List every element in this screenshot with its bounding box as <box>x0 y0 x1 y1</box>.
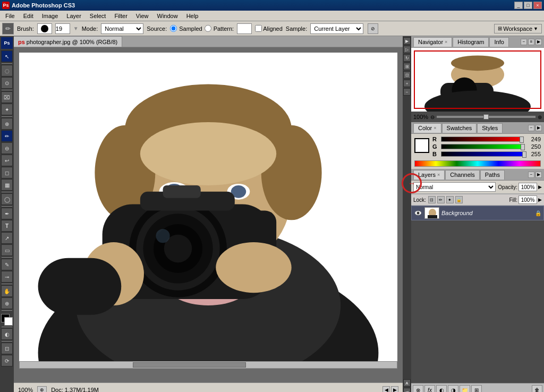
brush-preview[interactable] <box>37 23 52 34</box>
next-btn[interactable]: ▶ <box>391 386 398 393</box>
tab-swatches[interactable]: Swatches <box>442 123 477 133</box>
color-spectrum-bar[interactable] <box>414 160 541 167</box>
lock-image[interactable]: ✏ <box>437 196 445 203</box>
brush-tool[interactable]: ✏ <box>1 130 13 142</box>
menu-help[interactable]: Help <box>182 12 203 20</box>
canvas-container[interactable] <box>14 47 403 382</box>
tab-layers[interactable]: Layers × <box>413 170 445 180</box>
aligned-checkbox[interactable] <box>255 25 262 32</box>
eyedropper-tool[interactable]: ✦ <box>1 104 13 115</box>
menu-image[interactable]: Image <box>38 12 63 20</box>
vert-btn-rotate[interactable]: ↻ <box>403 54 411 62</box>
color-menu[interactable]: ▶ <box>536 125 542 131</box>
vert-btn-1[interactable]: ▶ <box>403 37 411 45</box>
menu-layer[interactable]: Layer <box>62 12 86 20</box>
minimize-button[interactable]: _ <box>514 2 523 9</box>
tab-info[interactable]: Info <box>489 37 508 47</box>
clone-stamp-tool[interactable]: ⊖ <box>1 142 13 154</box>
quick-mask-btn[interactable]: ◐ <box>1 328 13 340</box>
tab-styles[interactable]: Styles <box>477 123 503 133</box>
pen-tool[interactable]: ✒ <box>1 208 13 219</box>
history-brush-tool[interactable]: ↩ <box>1 155 13 166</box>
horizontal-scrollbar[interactable] <box>19 361 397 369</box>
source-sampled-radio[interactable] <box>170 25 177 32</box>
heal-tool[interactable]: ⊕ <box>1 118 13 130</box>
menu-view[interactable]: View <box>132 12 153 20</box>
add-mask-btn[interactable]: ◐ <box>436 385 447 392</box>
lock-transparent[interactable]: ⊡ <box>428 196 436 203</box>
fill-input[interactable]: 100% <box>518 195 537 204</box>
brush-size-input[interactable]: 19 <box>55 23 70 34</box>
h-scroll-thumb[interactable] <box>133 362 246 368</box>
navigator-thumbnail[interactable] <box>411 48 544 112</box>
move-tool[interactable]: ↖ <box>1 50 13 62</box>
brush-dropdown-arrow[interactable]: ▼ <box>73 25 79 31</box>
tab-color[interactable]: Color × <box>413 123 441 133</box>
shape-tool[interactable]: ▭ <box>1 244 13 256</box>
menu-edit[interactable]: Edit <box>19 12 38 20</box>
notes-tool[interactable]: ✎ <box>1 259 13 270</box>
workspace-button[interactable]: ⊞ Workspace ▼ <box>494 24 542 33</box>
fx-btn[interactable]: fx <box>424 385 435 392</box>
color-switcher[interactable] <box>1 314 13 326</box>
tab-channels[interactable]: Channels <box>445 170 479 180</box>
adjustment-btn[interactable]: ◑ <box>448 385 458 392</box>
gradient-tool[interactable]: ▦ <box>1 179 13 191</box>
nav-zoom-slider[interactable] <box>437 116 536 118</box>
document-canvas[interactable] <box>19 53 397 369</box>
menu-file[interactable]: File <box>1 12 19 20</box>
nav-menu[interactable]: ▶ <box>536 39 542 45</box>
title-bar-controls[interactable]: _ □ × <box>514 2 542 9</box>
screen-mode-btn[interactable]: ⊡ <box>1 343 13 354</box>
lock-position[interactable]: ✦ <box>446 196 454 203</box>
opacity-input[interactable]: 100% <box>518 183 537 191</box>
layer-thumbnail[interactable] <box>424 207 439 219</box>
nav-expand[interactable]: ≡ <box>528 39 534 45</box>
layers-mode-select[interactable]: Normal <box>413 182 496 192</box>
menu-filter[interactable]: Filter <box>110 12 131 20</box>
mode-select[interactable]: Normal <box>101 23 143 34</box>
lasso-tool[interactable]: ◌ <box>1 65 13 76</box>
type-tool[interactable]: T <box>1 220 13 232</box>
menu-window[interactable]: Window <box>153 12 182 20</box>
vert-btn-transform[interactable]: ⊞ <box>403 63 411 70</box>
dodge-tool[interactable]: ◯ <box>1 193 13 205</box>
delete-layer-btn[interactable]: 🗑 <box>532 385 542 392</box>
crop-tool[interactable]: ⌧ <box>1 91 13 103</box>
eraser-tool[interactable]: ◻ <box>1 167 13 178</box>
measure-tool[interactable]: ⊸ <box>1 271 13 283</box>
zoom-tool[interactable]: ⊕ <box>1 297 13 309</box>
cs3-extra-btn[interactable]: ⟳ <box>1 355 13 367</box>
tab-paths[interactable]: Paths <box>480 170 505 180</box>
vert-btn-measure[interactable]: ⊸ <box>403 388 411 392</box>
fill-dropdown[interactable]: ▶ <box>538 197 542 202</box>
vert-btn-3d[interactable]: ⊡ <box>403 71 411 79</box>
opacity-dropdown[interactable]: ▶ <box>538 184 542 190</box>
options-extra-btn[interactable]: ⊘ <box>368 23 378 34</box>
tab-navigator[interactable]: Navigator × <box>413 37 452 47</box>
pattern-preview[interactable] <box>237 23 252 34</box>
vert-btn-2[interactable]: ▷ <box>403 46 411 53</box>
new-layer-btn[interactable]: ⊞ <box>471 385 482 392</box>
close-button[interactable]: × <box>533 2 542 9</box>
prev-btn[interactable]: ◀ <box>382 386 390 393</box>
maximize-button[interactable]: □ <box>524 2 532 9</box>
color-close[interactable]: × <box>434 125 436 131</box>
vert-btn-text[interactable]: A <box>403 379 411 387</box>
zoom-icon[interactable]: ⊕ <box>37 386 47 393</box>
nav-minimize[interactable]: − <box>521 39 527 45</box>
color-swatch[interactable] <box>414 138 429 153</box>
hand-tool[interactable]: ✋ <box>1 285 13 297</box>
navigator-close[interactable]: × <box>445 39 447 45</box>
new-group-btn[interactable]: 📁 <box>460 385 470 392</box>
menu-select[interactable]: Select <box>86 12 110 20</box>
vert-btn-zoom-in[interactable]: + <box>403 80 411 87</box>
link-layers-btn[interactable]: ⊗ <box>413 385 423 392</box>
layers-close[interactable]: × <box>437 172 440 177</box>
path-select-tool[interactable]: ↗ <box>1 232 13 244</box>
sample-select[interactable]: Current Layer <box>310 23 363 34</box>
layers-menu[interactable]: ▶ <box>536 172 542 178</box>
layers-minimize[interactable]: − <box>528 172 534 178</box>
color-minimize[interactable]: − <box>528 125 534 131</box>
layer-visibility-toggle[interactable] <box>414 209 422 217</box>
